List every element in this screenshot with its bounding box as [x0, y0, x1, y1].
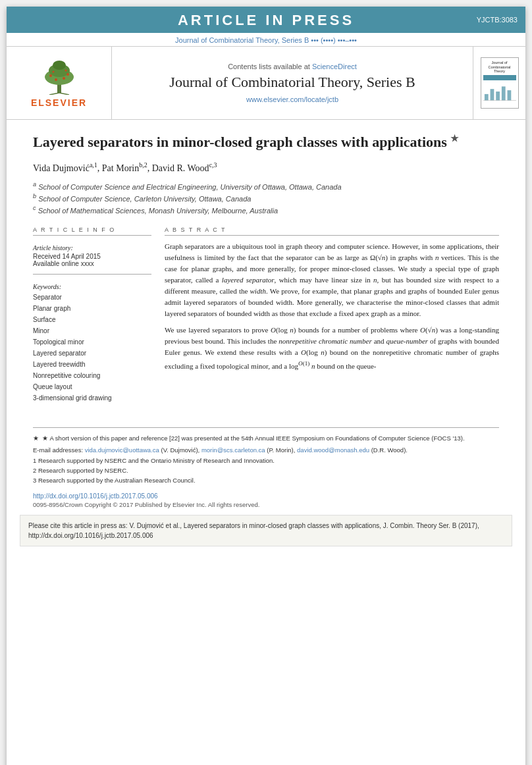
aip-banner: ARTICLE IN PRESS YJCTB:3083 — [7, 7, 525, 33]
keyword-5: Topological minor — [33, 336, 151, 348]
copyright-text: 0095-8956/Crown Copyright © 2017 Publish… — [33, 501, 259, 508]
keyword-4: Minor — [33, 325, 151, 336]
affil-a: a School of Computer Science and Electri… — [33, 180, 499, 192]
bound-word: bound — [205, 337, 224, 345]
cover-title-text: Journal of Combinatorial Theory — [483, 61, 516, 74]
svg-point-5 — [53, 61, 66, 70]
footnote-1: 1 Research supported by NSERC and the On… — [33, 456, 499, 466]
affil-c: c School of Mathematical Sciences, Monas… — [33, 204, 499, 216]
abstract-label: A B S T R A C T — [165, 226, 499, 236]
main-content: Layered separators in minor-closed graph… — [7, 120, 525, 417]
keyword-3: Surface — [33, 314, 151, 325]
cite-banner: Please cite this article in press as: V.… — [20, 515, 512, 546]
article-history-group: Article history: Received 14 April 2015 … — [33, 241, 151, 267]
sciencedirect-link[interactable]: ScienceDirect — [312, 63, 357, 70]
footnotes-area: ★ ★ A short version of this paper and re… — [33, 427, 499, 486]
email-link-2[interactable]: morin@scs.carleton.ca — [201, 446, 265, 454]
email-link-3[interactable]: david.wood@monash.edu — [297, 446, 369, 454]
footnote-2: 2 Research supported by NSERC. — [33, 466, 499, 476]
keyword-7: Layered treewidth — [33, 359, 151, 370]
affiliations: a School of Computer Science and Electri… — [33, 180, 499, 216]
abstract-column: A B S T R A C T Graph separators are a u… — [165, 226, 499, 410]
journal-header-line: Journal of Combinatorial Theory, Series … — [7, 33, 525, 46]
footnote-emails: E-mail addresses: vida.dujmovic@uottawa.… — [33, 446, 499, 456]
svg-line-1 — [49, 93, 59, 95]
affil-b: b School of Computer Science, Carleton U… — [33, 192, 499, 204]
article-info-column: A R T I C L E I N F O Article history: R… — [33, 226, 151, 410]
svg-rect-15 — [501, 86, 505, 100]
svg-line-2 — [59, 93, 69, 95]
journal-cover-img: Journal of Combinatorial Theory — [481, 57, 519, 109]
authors: Vida Dujmovića,1, Pat Morinb,2, David R.… — [33, 161, 499, 174]
abstract-text: Graph separators are a ubiquitous tool i… — [165, 241, 499, 371]
footnote-3: 3 Research supported by the Australian R… — [33, 476, 499, 486]
keywords-heading: Keywords: — [33, 283, 61, 290]
history-heading: Article history: — [33, 244, 73, 251]
journal-url: www.elsevier.com/locate/jctb — [246, 95, 338, 103]
svg-point-10 — [52, 70, 54, 72]
article-title: Layered separators in minor-closed graph… — [33, 133, 499, 152]
elsevier-tree-icon — [30, 59, 89, 95]
available-online: Available online xxxx — [33, 260, 151, 267]
divider — [33, 274, 151, 275]
svg-rect-13 — [490, 89, 494, 100]
received-date: Received 14 April 2015 — [33, 253, 151, 260]
aip-banner-text: ARTICLE IN PRESS — [178, 12, 354, 28]
journal-cover-box: Journal of Combinatorial Theory — [473, 47, 525, 119]
abstract-para-1: Graph separators are a ubiquitous tool i… — [165, 241, 499, 319]
journal-title-main: Journal of Combinatorial Theory, Series … — [169, 73, 415, 92]
cover-graph-icon — [483, 82, 516, 102]
keyword-2: Planar graph — [33, 303, 151, 314]
top-header: ELSEVIER Contents lists available at Sci… — [7, 46, 525, 120]
svg-rect-12 — [484, 94, 488, 101]
title-star: ★ — [450, 134, 459, 144]
svg-point-8 — [55, 78, 57, 81]
elsevier-label: ELSEVIER — [31, 97, 87, 108]
keyword-9: Queue layout — [33, 381, 151, 392]
doi-area: http://dx.doi.org/10.1016/j.jctb.2017.05… — [33, 492, 499, 508]
keywords-group: Keywords: Separator Planar graph Surface… — [33, 280, 151, 404]
cover-blue-bar — [483, 75, 516, 80]
email-link-1[interactable]: vida.dujmovic@uottawa.ca — [85, 446, 159, 454]
keyword-8: Nonrepetitive colouring — [33, 370, 151, 381]
doi-link[interactable]: http://dx.doi.org/10.1016/j.jctb.2017.05… — [33, 492, 499, 500]
two-column-section: A R T I C L E I N F O Article history: R… — [33, 226, 499, 410]
elsevier-logo-box: ELSEVIER — [7, 47, 112, 119]
keyword-6: Layered separator — [33, 348, 151, 359]
svg-point-7 — [66, 73, 69, 76]
article-info-label: A R T I C L E I N F O — [33, 226, 151, 236]
yjctb-code: YJCTB:3083 — [477, 16, 518, 24]
keyword-10: 3-dimensional grid drawing — [33, 392, 151, 404]
journal-info-center: Contents lists available at ScienceDirec… — [112, 47, 473, 119]
svg-point-6 — [49, 74, 52, 77]
svg-rect-0 — [57, 84, 61, 93]
contents-lists: Contents lists available at ScienceDirec… — [228, 63, 357, 70]
svg-point-9 — [63, 77, 65, 80]
abstract-para-2: We use layered separators to prove O(log… — [165, 325, 499, 371]
footnote-star: ★ ★ A short version of this paper and re… — [33, 433, 499, 444]
keyword-1: Separator — [33, 292, 151, 303]
svg-rect-16 — [507, 90, 511, 100]
svg-point-11 — [65, 69, 66, 71]
page: ARTICLE IN PRESS YJCTB:3083 Journal of C… — [7, 7, 525, 765]
svg-rect-14 — [496, 92, 500, 100]
